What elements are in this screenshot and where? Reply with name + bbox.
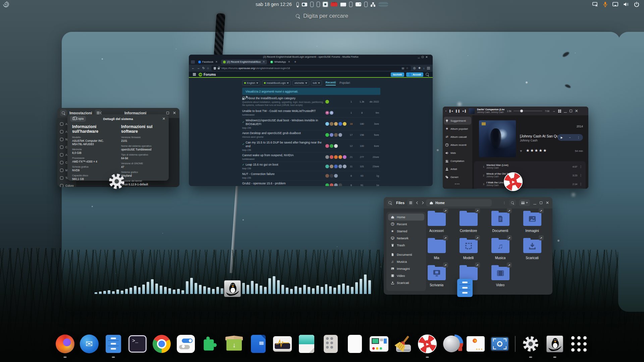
- dock-item-text-editor[interactable]: [296, 333, 317, 355]
- minimize-button[interactable]: [533, 201, 536, 204]
- poster-avatar[interactable]: [338, 122, 342, 126]
- files-headerbar[interactable]: Files Home ⋮ ✕: [384, 197, 552, 208]
- files-sidebar-item-immagini[interactable]: Immagini: [388, 265, 424, 272]
- track-menu-icon[interactable]: ⋮: [579, 182, 582, 186]
- power-icon[interactable]: [634, 2, 639, 7]
- topic-filters[interactable]: EnglishInstall/Boot/LoginetichettetuttiR…: [242, 80, 380, 85]
- forward-button[interactable]: [421, 201, 424, 204]
- poster-avatar[interactable]: [334, 133, 338, 137]
- poster-avatar[interactable]: [330, 165, 333, 168]
- volume-icon[interactable]: [623, 2, 629, 7]
- forum-menu-icon[interactable]: [193, 74, 196, 75]
- dock[interactable]: ✉>_↓▶★★★: [54, 333, 590, 355]
- account-icon[interactable]: ◎: [413, 67, 416, 70]
- dock-item-system-monitor[interactable]: [272, 333, 293, 355]
- topic-row[interactable]: ✓Windows11/openSUSE dual boot - Windows …: [242, 117, 380, 130]
- sidebar-more[interactable]: •••: [443, 181, 472, 186]
- lollypop-app-badge[interactable]: ▶: [504, 172, 523, 191]
- album-cover[interactable]: [479, 120, 516, 157]
- tracking-shield-icon[interactable]: [214, 67, 216, 70]
- dock-item-libreoffice-writer[interactable]: [248, 333, 269, 355]
- poster-avatar[interactable]: [334, 183, 338, 186]
- files-sidebar-item-video[interactable]: Video: [388, 272, 424, 279]
- menu-button[interactable]: [407, 199, 414, 206]
- files-sidebar-item-musica[interactable]: ♫Musica: [388, 258, 424, 265]
- folder-item[interactable]: ↗ Immagini: [516, 210, 548, 238]
- app-menu-icon[interactable]: [427, 68, 430, 69]
- poster-avatar[interactable]: [338, 133, 342, 137]
- system-status-area[interactable]: [592, 0, 639, 9]
- dock-item-tweaks[interactable]: [175, 333, 197, 355]
- track-row[interactable]: 1 Wanted Man (Live)Johnny Cash 4:07 ⋮: [476, 162, 584, 171]
- dialog-close-button[interactable]: ✕: [162, 117, 165, 121]
- poster-avatar[interactable]: [330, 122, 333, 126]
- forum-search-icon[interactable]: [426, 73, 429, 76]
- nav-home-icon[interactable]: ⌂: [207, 67, 209, 70]
- dock-item-system-profiler[interactable]: [368, 333, 390, 355]
- poster-avatar[interactable]: [325, 133, 329, 137]
- files-app-badge[interactable]: [457, 279, 473, 297]
- dock-item-volume-control[interactable]: [441, 333, 462, 355]
- poster-avatar[interactable]: [334, 174, 338, 178]
- subscribe-button[interactable]: Iscriviti: [391, 72, 404, 77]
- search-button[interactable]: [387, 199, 393, 206]
- maximize-button[interactable]: [540, 201, 542, 204]
- view-menu-icon[interactable]: ⋮: [503, 201, 506, 204]
- dock-item-console[interactable]: >_: [127, 333, 148, 355]
- dock-item-firefox[interactable]: [54, 333, 76, 355]
- overview-search[interactable]: Digita per cercare: [296, 13, 348, 19]
- url-bar[interactable]: https://forums.opensuse.org/c/english/in…: [211, 66, 411, 71]
- poster-avatar[interactable]: [325, 100, 329, 104]
- dock-item-screenshot[interactable]: [489, 333, 511, 355]
- poster-avatar[interactable]: [334, 122, 338, 126]
- track-menu-icon[interactable]: ⋮: [579, 174, 582, 177]
- new-topics-banner[interactable]: Visualizza 2 argomenti nuovi o aggiornat…: [242, 88, 380, 95]
- topic-row[interactable]: Cannot wake up from suspend, NVIDIAtumbl…: [242, 152, 380, 162]
- minimize-button[interactable]: [418, 56, 420, 58]
- poster-avatar[interactable]: M: [325, 111, 329, 115]
- dock-item-chrome[interactable]: [151, 333, 172, 355]
- poster-avatar[interactable]: [334, 155, 338, 159]
- files-sidebar-item-home[interactable]: Home: [388, 214, 424, 221]
- music-sidebar[interactable]: Suggerimenti★Album popolari⇄Album casual…: [443, 115, 472, 189]
- folder-item[interactable]: ↗ Scaricati: [516, 238, 548, 265]
- music-sidebar-item[interactable]: Web: [443, 149, 472, 157]
- breadcrumb[interactable]: Home: [426, 199, 492, 206]
- close-button[interactable]: ✕: [546, 201, 549, 205]
- music-sidebar-item[interactable]: Generi: [443, 173, 472, 181]
- poster-avatar[interactable]: [338, 155, 342, 159]
- play-icon[interactable]: ▶: [561, 136, 563, 139]
- dock-item-settings[interactable]: [520, 333, 541, 355]
- clock[interactable]: sab 18 gen 12:26: [256, 2, 292, 7]
- track-row[interactable]: 2 Wreck of the Old '97 (Live)Johnny Cash…: [476, 171, 584, 180]
- settings-app-badge[interactable]: [107, 172, 126, 192]
- topic-row[interactable]: Unable to boot TW - Could not create Mok…: [242, 108, 380, 117]
- folder-item[interactable]: ↗ Mia: [421, 238, 452, 265]
- tab-close-icon[interactable]: ✕: [263, 60, 265, 63]
- poster-avatar[interactable]: [330, 174, 333, 178]
- music-sidebar-item[interactable]: Album recenti: [443, 141, 472, 149]
- poster-avatar[interactable]: [325, 174, 329, 178]
- list-tab[interactable]: Popolari: [339, 81, 350, 85]
- topic-row[interactable]: Aeon Desktop and openSUSE grub dualbootm…: [242, 130, 380, 139]
- folder-item[interactable]: ↗ Modelli: [452, 238, 484, 265]
- dock-item-thunderbird[interactable]: ✉: [78, 333, 100, 355]
- topic-row[interactable]: NUT - Connection failureleap-156 6 93 1g: [242, 171, 380, 180]
- close-button[interactable]: ✕: [173, 111, 176, 115]
- folder-item[interactable]: ↗ Accessori: [421, 210, 452, 238]
- poster-avatar[interactable]: [338, 165, 342, 168]
- dock-item-package-installer[interactable]: ↓: [223, 333, 245, 355]
- more-icon[interactable]: ⋮: [577, 136, 580, 139]
- firefox-tab-bar[interactable]: Facebook✕(2) Recenti English/Install/Boo…: [189, 59, 433, 65]
- browser-tab[interactable]: Facebook✕: [196, 60, 220, 64]
- previous-track-icon[interactable]: ❚◂: [449, 110, 453, 113]
- bookmark-star-icon[interactable]: ☆: [406, 67, 408, 70]
- album-actions[interactable]: ▶ − ⋮: [557, 134, 583, 141]
- music-sidebar-item[interactable]: Artisti: [443, 165, 472, 173]
- dock-item-extensions[interactable]: [199, 333, 221, 355]
- dock-item-tux-visualizer[interactable]: [544, 333, 566, 355]
- system-details-dialog[interactable]: Copia Dettagli del sistema ✕ Informazion…: [67, 114, 169, 181]
- files-sidebar-item-recent[interactable]: Recent: [388, 221, 424, 228]
- music-sidebar-item[interactable]: ⇄Album casuali: [443, 133, 472, 141]
- login-button[interactable]: 👤Accedi: [406, 72, 423, 77]
